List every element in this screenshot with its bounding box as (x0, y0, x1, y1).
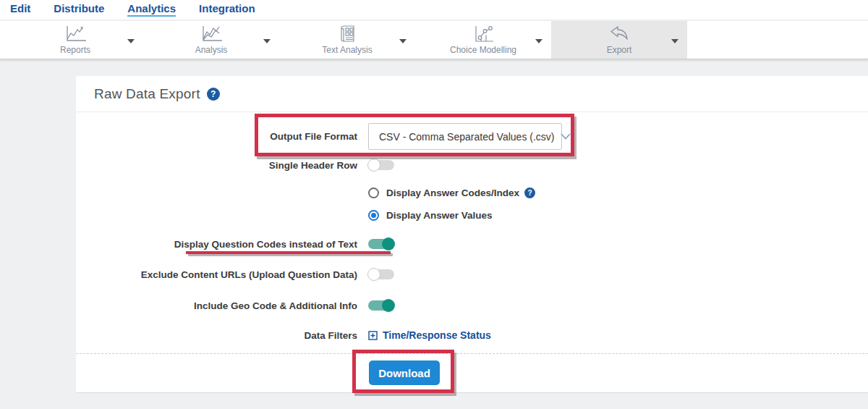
top-navigation: Edit Distribute Analytics Integration (0, 0, 868, 20)
toggle-knob (367, 268, 380, 281)
toolbar-item-label: Analysis (195, 45, 228, 55)
single-header-label: Single Header Row (76, 160, 357, 171)
geo-code-row: Include Geo Code & Additional Info (76, 299, 868, 312)
data-filters-link-label: Time/Response Status (383, 329, 491, 341)
single-header-toggle[interactable] (368, 160, 394, 170)
toolbar-item-label: Text Analysis (322, 45, 372, 55)
single-header-row: Single Header Row (76, 159, 868, 172)
analytics-toolbar: Reports Analysis (0, 21, 868, 59)
data-filters-row: Data Filters Time/Response Status (76, 329, 868, 342)
section-divider (76, 353, 868, 354)
nav-item-analytics[interactable]: Analytics (127, 0, 176, 17)
exclude-urls-toggle[interactable] (368, 269, 394, 279)
question-codes-label: Display Question Codes instead of Text (76, 239, 357, 250)
help-icon[interactable]: ? (207, 88, 220, 101)
nav-item-integration[interactable]: Integration (199, 0, 255, 15)
time-response-status-link[interactable]: Time/Response Status (368, 329, 491, 341)
data-filters-label: Data Filters (76, 330, 357, 341)
toggle-knob (382, 299, 395, 312)
document-grid-icon (336, 25, 358, 43)
output-format-label: Output File Format (76, 131, 357, 142)
geo-code-toggle[interactable] (368, 300, 394, 311)
nav-item-distribute[interactable]: Distribute (54, 0, 104, 15)
toolbar-item-label: Reports (60, 45, 90, 55)
geo-code-label: Include Geo Code & Additional Info (76, 300, 357, 311)
download-button[interactable]: Download (369, 360, 440, 385)
chevron-down-icon[interactable] (399, 39, 407, 43)
panel-header: Raw Data Export ? (76, 76, 868, 112)
display-answer-codes-radio[interactable] (368, 187, 379, 198)
answer-values-radio-row: Display Answer Values (76, 209, 868, 222)
toggle-knob (382, 237, 395, 250)
chevron-down-icon[interactable] (127, 39, 135, 43)
display-answer-values-radio[interactable] (368, 210, 379, 221)
export-arrow-icon (608, 25, 630, 43)
line-chart-icon (61, 25, 90, 43)
nav-item-edit[interactable]: Edit (10, 0, 30, 15)
output-format-row: Output File Format CSV - Comma Separated… (76, 123, 868, 150)
toolbar-item-choice-modelling[interactable]: Choice Modelling (415, 21, 551, 59)
chevron-down-icon[interactable] (671, 39, 678, 43)
toolbar-item-label: Export (607, 45, 632, 55)
exclude-urls-label: Exclude Content URLs (Upload Question Da… (76, 269, 357, 280)
radio-label: Display Answer Values (386, 210, 493, 221)
raw-data-export-panel: Raw Data Export ? Output File Format CSV… (76, 76, 868, 393)
toolbar-item-label: Choice Modelling (450, 45, 516, 55)
toolbar-item-text-analysis[interactable]: Text Analysis (279, 21, 415, 59)
toolbar-item-analysis[interactable]: Analysis (143, 21, 279, 59)
chevron-down-icon[interactable] (535, 39, 542, 43)
scatter-chart-icon (471, 25, 495, 43)
toggle-knob (367, 159, 380, 172)
question-codes-toggle[interactable] (368, 239, 394, 249)
toolbar-item-reports[interactable]: Reports (7, 21, 143, 59)
chevron-down-icon[interactable] (263, 39, 271, 43)
output-format-select[interactable]: CSV - Comma Separated Values (.csv) (368, 123, 562, 150)
help-icon[interactable]: ? (524, 187, 535, 198)
annotation-underline-question-codes (186, 251, 391, 254)
plus-square-icon (368, 331, 378, 340)
page-title: Raw Data Export (94, 86, 200, 102)
radio-label: Display Answer Codes/Index (386, 187, 519, 198)
exclude-urls-row: Exclude Content URLs (Upload Question Da… (76, 268, 868, 281)
toolbar-item-export[interactable]: Export (551, 21, 687, 59)
answer-codes-radio-row: Display Answer Codes/Index ? (76, 187, 868, 199)
multi-line-chart-icon (197, 25, 226, 43)
question-codes-row: Display Question Codes instead of Text (76, 237, 868, 250)
output-format-value: CSV - Comma Separated Values (.csv) (379, 131, 555, 143)
chevron-down-icon (561, 133, 571, 140)
